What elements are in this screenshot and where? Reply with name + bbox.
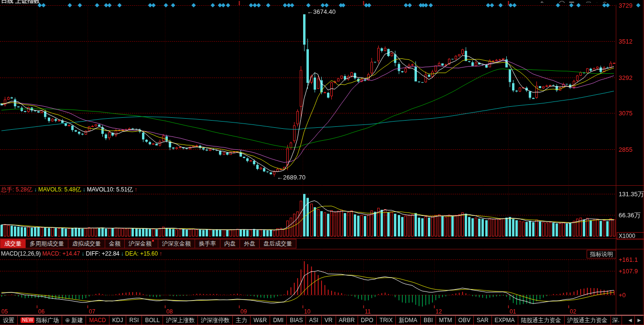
- macd-axis-label: +0: [619, 292, 626, 298]
- annotation-arrow-icon: ←: [307, 8, 313, 15]
- indicator-button-bbi[interactable]: BBI: [421, 316, 436, 325]
- trend-arrow-icon: ↑: [159, 250, 162, 257]
- chart-title: 日线 上证指数: [1, 0, 40, 3]
- price-axis-label: 3729: [619, 2, 633, 9]
- volume-axis-label: 66.36万: [619, 212, 641, 218]
- trend-arrow-icon: ↓: [81, 250, 84, 257]
- indicator-button-hgt-main-funds[interactable]: 沪股通主力资金: [565, 316, 611, 325]
- plus-circle-icon: ⊕: [65, 317, 70, 324]
- tab-inner-volume[interactable]: 内盘: [220, 239, 240, 248]
- high-annotation: ←3674.40: [307, 8, 336, 15]
- link-icon[interactable]: ∞: [578, 0, 582, 3]
- month-label: 10: [304, 308, 310, 315]
- month-label: 07: [89, 308, 95, 315]
- trend-arrow-icon: ↓: [34, 186, 37, 193]
- scroll-right-button[interactable]: ►: [635, 316, 644, 325]
- new-badge: NEW: [21, 317, 34, 323]
- tab-after-hours-volume[interactable]: 盘后成交量: [260, 239, 296, 248]
- macd-header: MACD(12,26,9)MACD: +14.47↓DIFF: +22.84↓D…: [1, 250, 164, 257]
- indicator-button-more-truncated[interactable]: 深.: [611, 316, 622, 325]
- indicator-button-boll[interactable]: BOLL: [142, 316, 163, 325]
- indicator-button-asi[interactable]: ASI: [306, 316, 321, 325]
- indicator-button-settings[interactable]: 设置: [0, 316, 18, 325]
- grid-icon[interactable]: ▦: [568, 0, 574, 3]
- indicator-button-trix[interactable]: TRIX: [377, 316, 396, 325]
- square-icon[interactable]: ▢: [586, 0, 591, 3]
- toolbar-spacer: [622, 316, 626, 325]
- volume-axis-label: 131.35万: [619, 191, 644, 197]
- month-label: 06: [38, 308, 44, 315]
- low-annotation: ←2689.70: [277, 174, 306, 181]
- indicator-button-kdj[interactable]: KDJ: [109, 316, 127, 325]
- indicator-toolbar: 设置NEW指标广场⊕新建MACDKDJRSIBOLL沪深上涨数沪深涨停数主力W&…: [0, 315, 644, 325]
- price-axis-label: 3075: [619, 110, 633, 116]
- price-chart-canvas[interactable]: [0, 0, 644, 325]
- volume-header: 总手: 5.28亿↓MAVOL5: 5.48亿↓MAVOL10: 5.51亿↑: [1, 186, 139, 193]
- indicator-button-mtm[interactable]: MTM: [436, 316, 455, 325]
- indicator-button-dpo[interactable]: DPO: [358, 316, 377, 325]
- month-label: 11: [365, 308, 371, 315]
- macd-axis-label: +161.1: [619, 257, 638, 263]
- tab-hs-amount[interactable]: 沪深金额: [125, 239, 158, 248]
- tab-volume[interactable]: 成交量: [0, 239, 26, 248]
- trend-arrow-icon: ↓: [83, 186, 86, 193]
- macd-readout: MACD: +14.47: [42, 250, 80, 257]
- mavol5-readout: MAVOL5: 5.48亿: [38, 186, 81, 193]
- indicator-info-button[interactable]: 指标说明: [587, 250, 616, 258]
- trend-arrow-icon: ↑: [134, 186, 137, 193]
- indicator-button-rsi[interactable]: RSI: [126, 316, 142, 325]
- minus-icon[interactable]: —: [549, 0, 555, 3]
- price-axis-label: 3292: [619, 75, 633, 81]
- tab-hsj-amount[interactable]: 沪深京金额: [158, 239, 195, 248]
- tab-turnover-rate[interactable]: 换手率: [195, 239, 220, 248]
- indicator-button-arbr[interactable]: ARBR: [336, 316, 358, 325]
- indicator-button-hs-limit-up[interactable]: 沪深涨停数: [198, 316, 233, 325]
- price-axis-label: 3512: [619, 38, 633, 45]
- month-label: 05: [1, 308, 8, 315]
- clock-icon[interactable]: ◔: [595, 0, 599, 3]
- price-axis-label: 2855: [619, 146, 633, 153]
- volume-unit-box: X1000: [617, 232, 644, 240]
- indicator-button-new-dma[interactable]: 新DMA: [396, 316, 421, 325]
- volume-tab-bar: 成交量多周期成交量虚拟成交量金额沪深金额沪深京金额换手率内盘外盘盘后成交量: [0, 239, 616, 248]
- month-label: 12: [436, 308, 442, 315]
- month-label: 08: [166, 308, 173, 315]
- mavol10-readout: MAVOL10: 5.51亿: [87, 186, 133, 193]
- diff-readout: DIFF: +22.84: [86, 250, 119, 257]
- indicator-button-macd[interactable]: MACD: [86, 316, 109, 325]
- indicator-button-expma[interactable]: EXPMA: [492, 316, 518, 325]
- indicator-button-obv[interactable]: OBV: [456, 316, 474, 325]
- edit-icon[interactable]: ✎: [540, 0, 546, 3]
- month-label: 01: [510, 308, 516, 315]
- indicator-button-vr[interactable]: VR: [322, 316, 336, 325]
- trading-app-window: 日线 上证指数 ✎—◯▦∞▢◔⊙ 总手: 5.28亿↓MAVOL5: 5.48亿…: [0, 0, 644, 325]
- month-label: 09: [240, 308, 247, 315]
- macd-params: MACD(12,26,9): [1, 250, 41, 257]
- indicator-button-lgt-main-funds[interactable]: 陆股通主力资金: [518, 316, 565, 325]
- scroll-left-button[interactable]: ◄: [626, 316, 635, 325]
- indicator-button-wr[interactable]: W&R: [251, 316, 270, 325]
- trend-arrow-icon: ↓: [121, 250, 124, 257]
- tab-outer-volume[interactable]: 外盘: [240, 239, 260, 248]
- total-volume-readout: 总手: 5.28亿: [1, 186, 33, 193]
- top-toolbar: ✎—◯▦∞▢◔⊙: [540, 0, 611, 3]
- indicator-button-main-force[interactable]: 主力: [233, 316, 251, 325]
- circle-icon[interactable]: ◯: [558, 0, 566, 3]
- target-icon[interactable]: ⊙: [602, 0, 607, 3]
- tab-virtual-volume[interactable]: 虚拟成交量: [68, 239, 105, 248]
- dea-readout: DEA: +15.60: [125, 250, 158, 257]
- indicator-button-sar[interactable]: SAR: [474, 316, 492, 325]
- annotation-arrow-icon: ←: [277, 174, 283, 181]
- indicator-button-hs-advancers[interactable]: 沪深上涨数: [163, 316, 198, 325]
- month-label: 02: [570, 308, 576, 315]
- indicator-button-new-indicator[interactable]: ⊕新建: [62, 316, 86, 325]
- macd-axis-label: +107.9: [619, 268, 638, 274]
- tab-amount[interactable]: 金额: [105, 239, 125, 248]
- indicator-button-bias[interactable]: BIAS: [287, 316, 306, 325]
- indicator-button-dmi[interactable]: DMI: [270, 316, 287, 325]
- new-badge-dot-icon: [152, 240, 154, 242]
- indicator-button-indicator-plaza[interactable]: NEW指标广场: [18, 316, 62, 325]
- tab-multi-period-volume[interactable]: 多周期成交量: [26, 239, 68, 248]
